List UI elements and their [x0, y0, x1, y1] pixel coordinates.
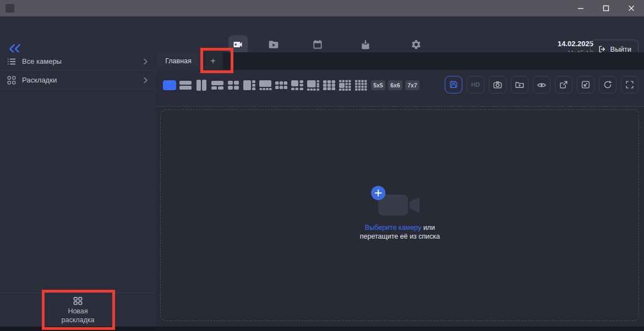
layout-1x1-icon: [163, 80, 176, 90]
layout-1plus5-button[interactable]: [290, 78, 304, 92]
top-nav-bar: Live Архив События Загрузки: [0, 16, 644, 52]
chevron-right-icon: [141, 58, 149, 65]
tab-home[interactable]: Главная: [156, 52, 201, 70]
layout-4x4-icon: [354, 79, 368, 91]
layout-2cols-button[interactable]: [194, 78, 209, 92]
layout-1plus7-button[interactable]: [306, 78, 320, 92]
layout-2cols-icon: [195, 79, 208, 91]
fullscreen-button[interactable]: [621, 76, 638, 93]
layout-2rows-button[interactable]: [178, 78, 193, 92]
visibility-button[interactable]: [533, 76, 550, 93]
layout-1plus2-icon: [211, 79, 224, 91]
empty-state-after-link: или: [423, 224, 435, 231]
close-button[interactable]: [619, 0, 644, 16]
layout-4x4-button[interactable]: [354, 78, 368, 92]
gear-icon: [410, 39, 422, 50]
sidebar-label-layouts: Раскладки: [22, 76, 57, 84]
archive-folder-button[interactable]: [511, 76, 528, 93]
maximize-icon: [603, 5, 609, 12]
layout-1plus3-side-icon: [243, 79, 256, 91]
layout-1plus2-button[interactable]: [210, 78, 225, 92]
close-icon: [628, 5, 635, 12]
layout-1plus12-button[interactable]: [338, 78, 352, 92]
camera-lens-shape: [408, 196, 422, 214]
save-layout-button[interactable]: [445, 76, 462, 93]
layout-1x1-button[interactable]: [162, 78, 177, 92]
layout-grid-icon: [7, 75, 17, 85]
camera-list-icon: [7, 57, 17, 67]
select-camera-link[interactable]: Выберите камеру: [365, 224, 422, 231]
layout-7x7-button[interactable]: 7x7: [405, 80, 419, 90]
minimize-button[interactable]: [568, 0, 593, 16]
annotation-rect-new-layout: [42, 290, 115, 330]
date-label: 14.02.2025: [558, 40, 593, 48]
save-icon: [449, 80, 459, 90]
layout-6x6-button[interactable]: 6x6: [388, 80, 402, 90]
layout-1plus7-icon: [307, 79, 320, 91]
chevron-right-icon: [141, 76, 149, 84]
maximize-button[interactable]: [593, 0, 619, 16]
layout-2x2-button[interactable]: [226, 78, 241, 92]
download-box-icon: [359, 39, 372, 50]
sidebar-item-all-cameras[interactable]: Все камеры: [0, 52, 156, 71]
minimize-icon: [577, 5, 584, 12]
layout-toolbar: 5x5 6x6 7x7 HD: [156, 70, 644, 107]
layout-3x3-button[interactable]: [322, 78, 336, 92]
resize-window-button[interactable]: [577, 76, 594, 93]
layout-3x2-icon: [275, 79, 288, 91]
view-actions: HD: [445, 76, 638, 93]
layout-1plus5-icon: [291, 79, 304, 91]
layout-1plus4-bottom-button[interactable]: [258, 78, 272, 92]
add-camera-plus-badge[interactable]: [371, 186, 385, 200]
share-export-icon: [559, 80, 569, 90]
sidebar-label-all-cameras: Все камеры: [22, 57, 62, 65]
fullscreen-icon: [625, 80, 635, 90]
folder-play-icon: [515, 80, 525, 90]
empty-state-text: Выберите камеру или перетащите её из спи…: [360, 223, 440, 241]
layout-3x3-icon: [323, 79, 336, 91]
calendar-icon: [312, 39, 324, 50]
camera-placeholder-icon: [378, 194, 421, 216]
plus-icon: [374, 189, 382, 197]
hd-toggle-button[interactable]: HD: [467, 76, 484, 93]
video-camera-icon: [232, 39, 244, 50]
grid-layout-picker: 5x5 6x6 7x7: [162, 78, 419, 92]
sidebar: Все камеры Раскладки Новая раскладка: [0, 52, 156, 327]
refresh-button[interactable]: [599, 76, 616, 93]
folder-play-icon: [268, 39, 280, 50]
app-icon: [6, 4, 14, 13]
layout-1plus3-side-button[interactable]: [242, 78, 256, 92]
snapshot-button[interactable]: [489, 76, 506, 93]
empty-state: Выберите камеру или перетащите её из спи…: [360, 194, 440, 241]
camera-viewport: Выберите камеру или перетащите её из спи…: [156, 107, 644, 327]
export-button[interactable]: [555, 76, 572, 93]
refresh-icon: [603, 80, 613, 90]
layout-2rows-icon: [179, 79, 192, 91]
annotation-rect-add-tab: [200, 48, 233, 73]
empty-state-line2: перетащите её из списка: [360, 232, 440, 241]
layout-5x5-button[interactable]: 5x5: [371, 80, 385, 90]
layout-1plus4-bottom-icon: [259, 79, 272, 91]
camera-icon: [493, 80, 503, 90]
resize-icon: [581, 80, 591, 90]
layout-2x2-icon: [227, 79, 240, 91]
title-bar: [0, 0, 644, 16]
layout-3x2-button[interactable]: [274, 78, 288, 92]
sidebar-item-layouts[interactable]: Раскладки: [0, 71, 156, 90]
eye-icon: [537, 80, 547, 90]
layout-1plus12-icon: [339, 79, 352, 91]
